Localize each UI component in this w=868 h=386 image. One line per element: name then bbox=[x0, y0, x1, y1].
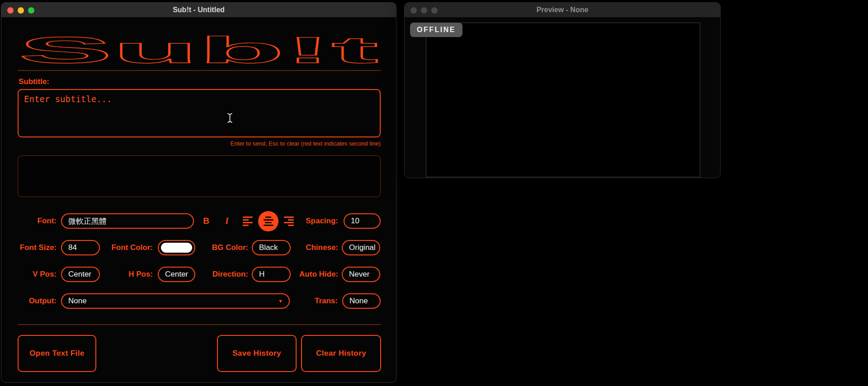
open-text-file-button[interactable]: Open Text File bbox=[18, 335, 96, 372]
font-size-input[interactable] bbox=[61, 240, 100, 255]
main-window-title: Sub!t - Untitled bbox=[173, 6, 225, 14]
preview-titlebar[interactable]: Preview - None bbox=[405, 3, 720, 18]
chevron-down-icon: ▼ bbox=[278, 298, 283, 304]
direction-label: Direction: bbox=[195, 270, 248, 279]
row-pos: V Pos: Center H Pos: Center Direction: H… bbox=[18, 266, 381, 282]
divider bbox=[18, 70, 381, 71]
close-button[interactable] bbox=[7, 7, 14, 14]
font-size-label: Font Size: bbox=[18, 243, 57, 252]
trans-label: Trans: bbox=[315, 297, 338, 306]
h-pos-value: Center bbox=[165, 270, 188, 279]
spacing-label: Spacing: bbox=[306, 217, 338, 226]
align-center-icon bbox=[264, 217, 274, 226]
text-cursor-ibeam bbox=[227, 113, 233, 125]
minimize-button[interactable] bbox=[18, 7, 24, 14]
main-titlebar[interactable]: Sub!t - Untitled bbox=[1, 3, 396, 18]
direction-select[interactable]: H bbox=[252, 267, 291, 282]
v-pos-label: V Pos: bbox=[18, 270, 57, 279]
preview-window-title: Preview - None bbox=[537, 6, 589, 14]
save-history-button[interactable]: Save History bbox=[217, 335, 297, 372]
subtitle-helper-text: Enter to send, Esc to clear (red text in… bbox=[231, 140, 381, 147]
h-pos-label: H Pos: bbox=[100, 270, 153, 279]
auto-hide-value: Never bbox=[349, 270, 369, 279]
v-pos-select[interactable]: Center bbox=[61, 267, 100, 282]
v-pos-value: Center bbox=[68, 270, 91, 279]
h-pos-select[interactable]: Center bbox=[158, 267, 195, 282]
zoom-button[interactable] bbox=[28, 7, 34, 14]
bg-color-label: BG Color: bbox=[195, 243, 248, 252]
align-center-button-active[interactable] bbox=[258, 211, 278, 231]
chinese-label: Chinese: bbox=[291, 243, 338, 252]
italic-button[interactable]: I bbox=[222, 216, 232, 226]
row-size: Font Size: Font Color: BG Color: Black C… bbox=[18, 240, 381, 256]
traffic-lights bbox=[7, 3, 34, 18]
spacing-input[interactable] bbox=[344, 213, 381, 229]
font-name-input[interactable] bbox=[61, 213, 194, 229]
main-window: Sub!t - Untitled Sub!t Subtitle: Enter t… bbox=[1, 2, 396, 383]
align-right-icon[interactable] bbox=[284, 217, 294, 226]
row-output: Output: None ▼ Trans: None bbox=[18, 293, 381, 309]
app-logo: Sub!t bbox=[18, 36, 381, 68]
chinese-select[interactable]: Original bbox=[342, 240, 380, 255]
subtitle-label: Subtitle: bbox=[19, 77, 49, 86]
font-label: Font: bbox=[18, 217, 57, 226]
trans-value: None bbox=[349, 297, 368, 306]
output-value: None bbox=[68, 297, 87, 306]
divider bbox=[18, 324, 381, 325]
trans-select[interactable]: None bbox=[342, 293, 381, 309]
subtitle-input[interactable] bbox=[18, 89, 381, 137]
preview-content: OFFLINE bbox=[405, 18, 720, 178]
output-label: Output: bbox=[18, 297, 57, 306]
bg-color-select[interactable]: Black bbox=[252, 240, 291, 255]
preview-window: Preview - None OFFLINE bbox=[404, 2, 721, 178]
row-font: Font: B I Spacing: bbox=[18, 213, 381, 229]
chinese-value: Original bbox=[349, 243, 376, 252]
status-badge: OFFLINE bbox=[410, 23, 462, 37]
close-button-inactive[interactable] bbox=[410, 7, 417, 14]
align-left-icon[interactable] bbox=[243, 217, 253, 226]
clear-history-button[interactable]: Clear History bbox=[301, 335, 381, 372]
bg-color-value: Black bbox=[259, 243, 278, 252]
auto-hide-label: Auto Hide: bbox=[291, 270, 338, 279]
direction-value: H bbox=[259, 270, 264, 279]
font-color-swatch[interactable] bbox=[158, 240, 195, 255]
font-color-label: Font Color: bbox=[100, 243, 153, 252]
font-color-value bbox=[161, 243, 192, 253]
bold-button[interactable]: B bbox=[201, 216, 211, 226]
zoom-button-inactive[interactable] bbox=[431, 7, 438, 14]
preview-traffic-lights bbox=[410, 3, 438, 18]
svg-text:Sub!t: Sub!t bbox=[19, 36, 378, 68]
main-content: Sub!t Subtitle: Enter to send, Esc to cl… bbox=[1, 18, 396, 383]
minimize-button-inactive[interactable] bbox=[421, 7, 427, 14]
preview-area bbox=[426, 23, 700, 177]
output-select[interactable]: None ▼ bbox=[61, 293, 290, 309]
history-box[interactable] bbox=[18, 155, 381, 197]
auto-hide-select[interactable]: Never bbox=[342, 267, 380, 282]
